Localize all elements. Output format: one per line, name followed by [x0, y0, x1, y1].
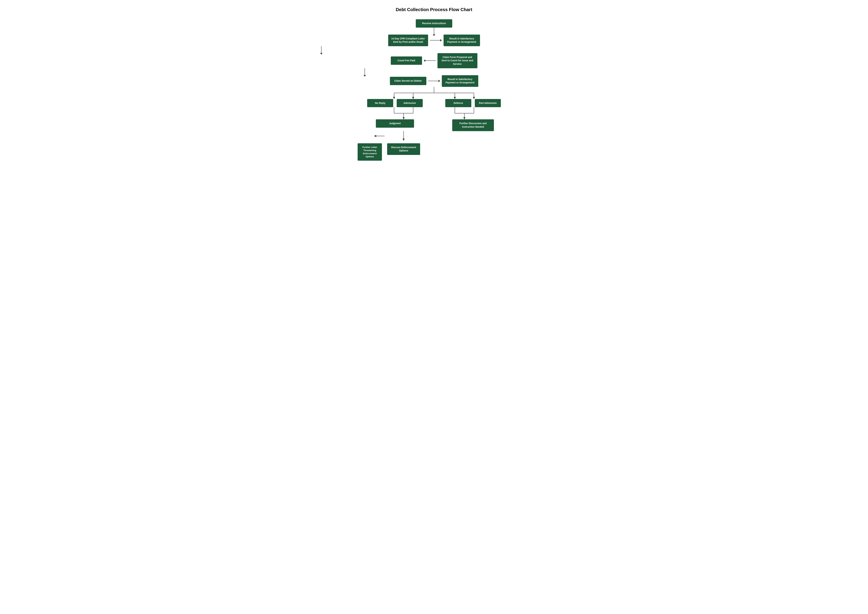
receive-instructions-box: Receive Instructions [416, 19, 452, 28]
branch-connector-svg-wrapper [356, 87, 512, 99]
svg-marker-19 [463, 117, 465, 119]
row-judgment-further: Judgment Further Discussion and Instruct… [356, 119, 512, 131]
result-satisfactory-2-box: Result in Satisfactory Payment or Arrang… [442, 75, 478, 87]
judgment-arrow-svg [356, 131, 512, 143]
branch-connector-svg [356, 87, 512, 99]
svg-marker-14 [403, 117, 405, 119]
svg-marker-9 [473, 97, 475, 99]
admission-box: Admission [397, 99, 423, 107]
no-reply-col: No Reply [367, 99, 393, 107]
part-admission-col: Part Admission [475, 99, 501, 107]
further-letter-box: Further Letter Threatening Enforcement O… [358, 143, 382, 161]
svg-marker-6 [393, 97, 395, 99]
discuss-enforcement-col: Discuss Enforcement Options [387, 143, 420, 155]
row-claim-served: Claim Served on Debtor Result in Satisfa… [356, 75, 512, 87]
left-options-group: No Reply Admission [356, 99, 434, 107]
converge-svg-wrapper [356, 107, 512, 119]
arrow-left-1 [424, 59, 436, 62]
receive-instructions-col: Receive Instructions [416, 19, 452, 28]
count-fee-paid-box: Count Fee Paid [391, 56, 422, 65]
judgment-center: Judgment [356, 119, 434, 127]
row-enforcement: Further Letter Threatening Enforcement O… [356, 143, 512, 161]
converge-svg [356, 107, 512, 119]
no-reply-box: No Reply [367, 99, 393, 107]
judgment-box: Judgment [376, 119, 414, 127]
further-letter-col: Further Letter Threatening Enforcement O… [358, 143, 382, 161]
arrow-right-2 [428, 80, 440, 82]
defence-box: Defence [445, 99, 471, 107]
further-discussion-box: Further Discussion and Instruction Neede… [452, 119, 494, 131]
further-discussion-center: Further Discussion and Instruction Neede… [434, 119, 512, 131]
admission-col: Admission [397, 99, 423, 107]
page-wrapper: Debt Collection Process Flow Chart Recei… [356, 7, 512, 161]
chart-title: Debt Collection Process Flow Chart [396, 7, 472, 12]
arrow-right-1 [430, 39, 442, 42]
row-four-options: No Reply Admission Defence Part Admissio… [356, 99, 512, 107]
result-satisfactory-1-box: Result in Satisfactory Payment or Arrang… [443, 34, 480, 46]
right-options-group: Defence Part Admission [434, 99, 512, 107]
svg-marker-8 [454, 97, 456, 99]
svg-marker-7 [412, 97, 414, 99]
flowchart: Receive Instructions 14 Day CPR Complian… [356, 19, 512, 161]
defence-col: Defence [445, 99, 471, 107]
part-admission-box: Part Admission [475, 99, 501, 107]
discuss-enforcement-box: Discuss Enforcement Options [387, 143, 420, 155]
judgment-arrow-wrapper [356, 131, 512, 143]
svg-marker-23 [374, 135, 376, 137]
claim-form-box: Claim Form Prepared and Sent to Count fo… [437, 53, 477, 68]
svg-marker-21 [403, 138, 405, 141]
arrow-3 [364, 68, 365, 75]
row-cpr: 14 Day CPR Compliant Letter Sent by Post… [356, 34, 512, 46]
row-claim-form: Count Fee Paid Claim Form Prepared and S… [356, 53, 512, 68]
cpr-letter-box: 14 Day CPR Compliant Letter Sent by Post… [388, 34, 428, 46]
claim-served-box: Claim Served on Debtor [390, 77, 426, 85]
